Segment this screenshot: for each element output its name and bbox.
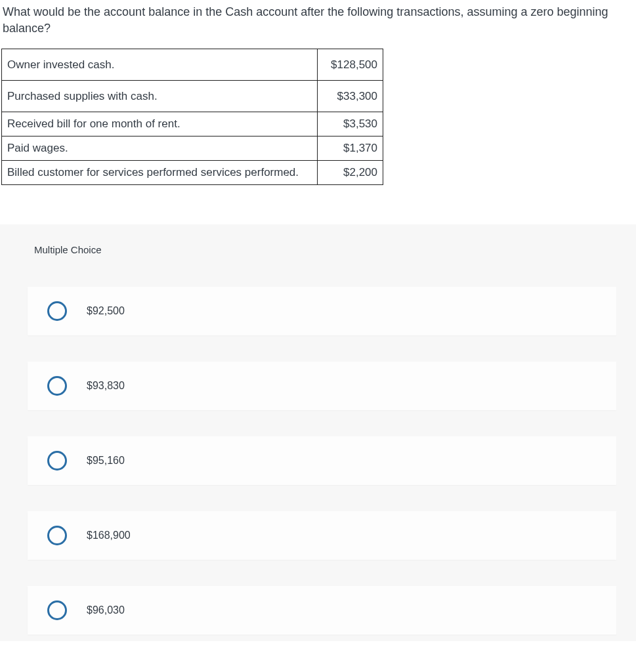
option-5[interactable]: $96,030 — [28, 586, 616, 635]
option-label: $92,500 — [87, 304, 125, 318]
option-2[interactable]: $93,830 — [28, 362, 616, 410]
multiple-choice-heading: Multiple Choice — [0, 243, 636, 257]
table-row: Purchased supplies with cash. $33,300 — [2, 81, 383, 112]
table-row: Paid wages. $1,370 — [2, 136, 383, 161]
option-label: $93,830 — [87, 379, 125, 393]
transaction-amount: $3,530 — [318, 112, 383, 136]
transaction-desc: Owner invested cash. — [2, 49, 318, 81]
table-row: Received bill for one month of rent. $3,… — [2, 112, 383, 136]
option-1[interactable]: $92,500 — [28, 287, 616, 335]
transactions-table: Owner invested cash. $128,500 Purchased … — [1, 49, 383, 184]
multiple-choice-section: Multiple Choice $92,500 $93,830 $95,160 … — [0, 224, 636, 641]
option-4[interactable]: $168,900 — [28, 511, 616, 560]
transaction-amount: $33,300 — [318, 81, 383, 112]
question-text: What would be the account balance in the… — [0, 0, 636, 49]
radio-icon[interactable] — [47, 526, 67, 545]
transaction-amount: $1,370 — [318, 136, 383, 161]
radio-icon[interactable] — [47, 376, 67, 396]
transaction-amount: $2,200 — [318, 160, 383, 184]
table-row: Billed customer for services performed s… — [2, 160, 383, 184]
transaction-desc: Received bill for one month of rent. — [2, 112, 318, 136]
radio-icon[interactable] — [47, 600, 67, 620]
option-label: $95,160 — [87, 453, 125, 468]
transaction-desc: Paid wages. — [2, 136, 318, 161]
transaction-desc: Billed customer for services performed s… — [2, 160, 318, 184]
transaction-desc: Purchased supplies with cash. — [2, 81, 318, 112]
transaction-amount: $128,500 — [318, 49, 383, 81]
option-label: $96,030 — [87, 603, 125, 618]
radio-icon[interactable] — [47, 451, 67, 471]
option-label: $168,900 — [87, 528, 131, 543]
radio-icon[interactable] — [47, 301, 67, 321]
option-3[interactable]: $95,160 — [28, 436, 616, 485]
table-row: Owner invested cash. $128,500 — [2, 49, 383, 81]
